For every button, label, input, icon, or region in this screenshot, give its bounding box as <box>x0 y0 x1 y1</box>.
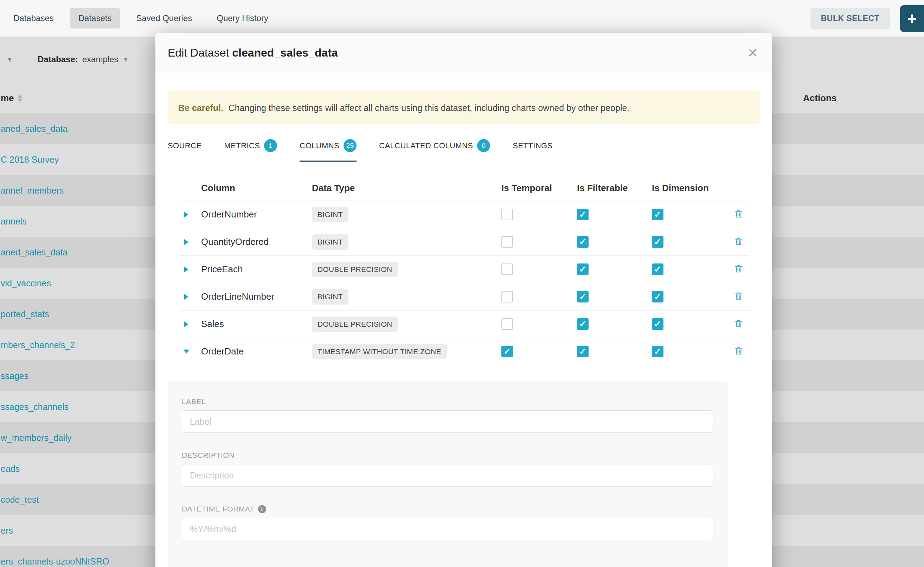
modal-title-dataset-name: cleaned_sales_data <box>232 46 338 59</box>
is-dimension-checkbox[interactable] <box>652 291 664 303</box>
header-is-dimension: Is Dimension <box>652 183 727 201</box>
column-name: OrderLineNumber <box>194 291 309 302</box>
delete-column-cell <box>727 319 750 330</box>
datetime-format-field-group: DATETIME FORMAT i <box>182 505 713 540</box>
caret-column-spacer <box>179 194 194 201</box>
data-type-pill: BIGINT <box>312 289 348 304</box>
tab-metrics[interactable]: METRICS1 <box>224 139 277 162</box>
header-column: Column <box>194 183 309 201</box>
is-temporal-checkbox[interactable] <box>501 236 513 248</box>
expand-caret-icon[interactable] <box>184 212 188 218</box>
nav-tab-datasets[interactable]: Datasets <box>70 8 120 28</box>
column-row: PriceEachDOUBLE PRECISION <box>179 256 750 283</box>
column-row: OrderLineNumberBIGINT <box>179 283 750 310</box>
label-field-label: LABEL <box>182 398 713 406</box>
is-filterable-checkbox-cell <box>577 236 652 248</box>
modal-header: Edit Dataset cleaned_sales_data ✕ <box>155 33 772 73</box>
is-filterable-checkbox[interactable] <box>577 291 588 303</box>
tab-columns[interactable]: COLUMNS25 <box>299 139 357 162</box>
description-input[interactable] <box>182 464 713 486</box>
data-type-cell: DOUBLE PRECISION <box>309 316 501 332</box>
caret-cell <box>179 321 194 327</box>
tab-label: SETTINGS <box>513 141 552 150</box>
data-type-cell: BIGINT <box>309 207 501 222</box>
columns-table-body: OrderNumberBIGINTQuantityOrderedBIGINTPr… <box>179 201 750 365</box>
is-filterable-checkbox[interactable] <box>577 264 588 275</box>
tab-settings[interactable]: SETTINGS <box>513 139 552 162</box>
is-temporal-checkbox[interactable] <box>501 318 513 330</box>
add-dataset-button[interactable]: + <box>900 5 924 32</box>
expand-caret-icon[interactable] <box>184 321 188 327</box>
label-input[interactable] <box>182 410 713 433</box>
is-temporal-checkbox-cell <box>501 346 577 357</box>
tab-calculated-columns[interactable]: CALCULATED COLUMNS0 <box>379 139 490 162</box>
is-temporal-checkbox[interactable] <box>501 208 513 220</box>
is-dimension-checkbox-cell <box>652 208 727 220</box>
tab-label: COLUMNS <box>299 141 339 150</box>
is-dimension-checkbox[interactable] <box>652 236 664 248</box>
edit-dataset-modal: Edit Dataset cleaned_sales_data ✕ Be car… <box>155 33 772 567</box>
is-dimension-checkbox-cell <box>652 264 727 275</box>
is-dimension-checkbox-cell <box>652 346 727 357</box>
info-icon[interactable]: i <box>258 505 266 513</box>
is-filterable-checkbox-cell <box>577 346 652 357</box>
column-row: QuantityOrderedBIGINT <box>179 228 750 256</box>
is-temporal-checkbox-cell <box>501 236 577 248</box>
columns-table-header: Column Data Type Is Temporal Is Filterab… <box>179 162 750 201</box>
tab-count-badge: 1 <box>264 139 277 152</box>
bulk-select-button[interactable]: BULK SELECT <box>810 8 890 29</box>
header-is-temporal: Is Temporal <box>501 183 577 201</box>
is-dimension-checkbox[interactable] <box>652 264 664 275</box>
column-name: Sales <box>194 319 309 330</box>
is-dimension-checkbox[interactable] <box>652 318 664 330</box>
is-filterable-checkbox[interactable] <box>577 346 588 357</box>
is-filterable-checkbox[interactable] <box>577 236 588 248</box>
data-type-cell: BIGINT <box>309 234 501 250</box>
modal-tabs: SOURCEMETRICS1COLUMNS25CALCULATED COLUMN… <box>168 124 760 162</box>
data-type-pill: BIGINT <box>312 234 348 250</box>
trash-icon[interactable] <box>734 236 743 248</box>
is-filterable-checkbox[interactable] <box>577 208 588 220</box>
nav-tab-query-history[interactable]: Query History <box>208 8 277 28</box>
column-row: SalesDOUBLE PRECISION <box>179 310 750 338</box>
caret-cell <box>179 294 194 300</box>
data-type-cell: DOUBLE PRECISION <box>309 262 501 277</box>
close-icon[interactable]: ✕ <box>748 47 758 59</box>
column-name: OrderNumber <box>194 209 309 220</box>
caret-cell <box>179 350 194 354</box>
nav-tab-saved-queries[interactable]: Saved Queries <box>128 8 200 28</box>
data-type-pill: DOUBLE PRECISION <box>312 316 398 332</box>
delete-column-cell <box>727 291 750 303</box>
column-name: QuantityOrdered <box>194 236 309 248</box>
collapse-caret-icon[interactable] <box>184 350 189 354</box>
header-data-type: Data Type <box>309 183 501 201</box>
datetime-format-input[interactable] <box>182 518 713 540</box>
delete-column-cell <box>727 209 750 220</box>
expand-caret-icon[interactable] <box>184 294 188 300</box>
warning-text: Changing these settings will affect all … <box>229 103 630 113</box>
is-temporal-checkbox[interactable] <box>501 346 513 357</box>
is-filterable-checkbox[interactable] <box>577 318 588 330</box>
expand-caret-icon[interactable] <box>184 267 188 272</box>
trash-icon[interactable] <box>734 346 743 357</box>
data-type-pill: BIGINT <box>312 207 348 222</box>
description-field-group: DESCRIPTION <box>182 451 713 486</box>
modal-title: Edit Dataset cleaned_sales_data <box>168 46 338 59</box>
is-dimension-checkbox[interactable] <box>652 346 664 357</box>
nav-tab-databases[interactable]: Databases <box>5 8 62 28</box>
tab-label: SOURCE <box>168 141 202 150</box>
data-type-cell: BIGINT <box>309 289 501 304</box>
modal-title-prefix: Edit Dataset <box>168 46 229 59</box>
expand-caret-icon[interactable] <box>184 239 188 245</box>
trash-icon[interactable] <box>734 291 743 303</box>
data-type-cell: TIMESTAMP WITHOUT TIME ZONE <box>309 344 501 359</box>
trash-icon[interactable] <box>734 319 743 330</box>
is-dimension-checkbox[interactable] <box>652 208 664 220</box>
is-temporal-checkbox-cell <box>501 291 577 303</box>
column-detail-panel: LABEL DESCRIPTION DATETIME FORMAT i <box>168 381 727 567</box>
trash-icon[interactable] <box>734 264 743 275</box>
trash-icon[interactable] <box>734 209 743 220</box>
is-temporal-checkbox[interactable] <box>501 264 513 275</box>
tab-source[interactable]: SOURCE <box>168 139 202 162</box>
is-temporal-checkbox[interactable] <box>501 291 513 303</box>
